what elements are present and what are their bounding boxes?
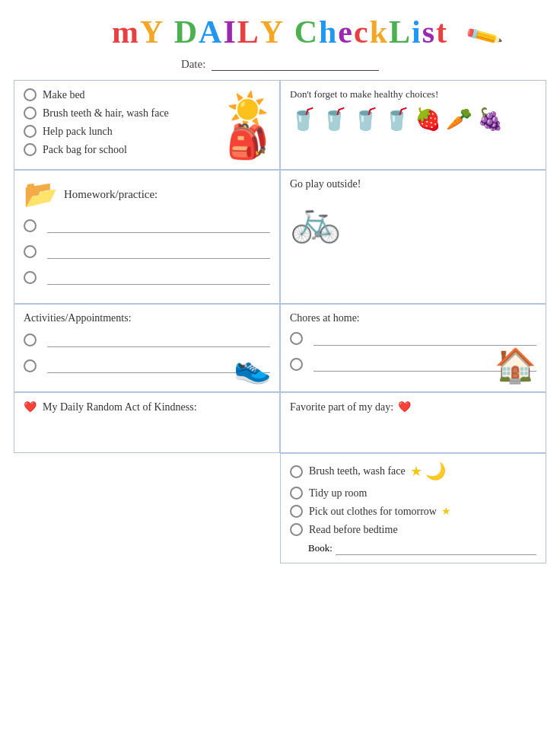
star-icon: ★ <box>410 463 422 480</box>
write-field[interactable] <box>47 218 270 233</box>
checkbox-circle[interactable] <box>24 125 37 138</box>
water-icon: 🥤 <box>321 107 348 132</box>
page-title: mY DAILY CheckList ✏️ <box>14 14 546 50</box>
evening-section: Brush teeth, wash face ★ 🌙 Tidy up room … <box>280 453 546 563</box>
grapes-icon: 🍇 <box>477 107 504 132</box>
carrot-icon: 🥕 <box>446 107 473 132</box>
list-item: Brush teeth, wash face ★ 🌙 <box>290 461 536 481</box>
checkbox-circle[interactable] <box>290 523 303 536</box>
kindness-section: ❤️ My Daily Random Act of Kindness: <box>14 392 280 453</box>
checkbox-circle[interactable] <box>290 358 303 371</box>
homework-header: 📂 Homework/practice: <box>24 178 270 210</box>
water-icon: 🥤 <box>352 107 379 132</box>
heart-icon: ❤️ <box>398 401 411 413</box>
item-label: Brush teeth & hair, wash face <box>43 107 169 120</box>
backpack-icon: 🎒 <box>227 122 269 161</box>
checkbox-circle[interactable] <box>24 107 37 120</box>
homework-line-3 <box>24 270 270 285</box>
book-label: Book: <box>308 542 332 554</box>
date-row: Date: <box>14 58 546 71</box>
morning-section: Make bed Brush teeth & hair, wash face H… <box>14 80 280 170</box>
outside-title: Go play outside! <box>290 178 536 190</box>
item-label: Tidy up room <box>309 487 368 500</box>
checkbox-circle[interactable] <box>24 219 37 232</box>
chores-section: Chores at home: 🏠 <box>280 304 546 392</box>
chore-line-1 <box>290 330 536 346</box>
item-label: Brush teeth, wash face <box>309 465 406 477</box>
homework-line-2 <box>24 244 270 259</box>
house-icon: 🏠 <box>495 346 536 385</box>
list-item: Read before bedtime <box>290 523 536 536</box>
item-label: Read before bedtime <box>309 524 398 536</box>
homework-line-1 <box>24 218 270 233</box>
checkbox-circle[interactable] <box>24 271 37 284</box>
star-small-icon: ★ <box>441 505 451 518</box>
moon-icon: 🌙 <box>425 461 446 481</box>
water-icon: 🥤 <box>290 107 317 132</box>
list-item: Tidy up room <box>290 487 536 500</box>
favorite-section: Favorite part of my day: ❤️ <box>280 392 546 453</box>
checkbox-circle[interactable] <box>290 505 303 518</box>
write-field[interactable] <box>47 244 270 259</box>
write-field[interactable] <box>47 270 270 285</box>
item-label: Make bed <box>43 89 85 101</box>
shoes-icon: 👟 <box>234 350 272 385</box>
date-line[interactable] <box>212 70 379 71</box>
pencil-icon: ✏️ <box>463 15 505 56</box>
strawberry-icon: 🍓 <box>415 107 441 132</box>
chores-title: Chores at home: <box>290 312 536 324</box>
checkbox-circle[interactable] <box>290 487 303 500</box>
write-field[interactable] <box>313 330 536 346</box>
write-field[interactable] <box>47 332 270 347</box>
homework-section: 📂 Homework/practice: <box>14 170 280 304</box>
favorite-label: Favorite part of my day: <box>290 401 393 413</box>
heart-icon: ❤️ <box>24 401 37 413</box>
kindness-label: My Daily Random Act of Kindness: <box>43 401 197 413</box>
book-line: Book: <box>290 541 536 555</box>
folder-icon: 📂 <box>24 178 58 210</box>
healthy-icons: 🥤 🥤 🥤 🥤 🍓 🥕 🍇 <box>290 107 536 132</box>
checkbox-circle[interactable] <box>24 359 37 372</box>
checkbox-circle[interactable] <box>24 143 37 156</box>
item-label: Pack bag for school <box>43 144 127 156</box>
checkbox-circle[interactable] <box>290 465 303 478</box>
activity-line-1 <box>24 332 270 347</box>
checkbox-circle[interactable] <box>24 88 37 101</box>
item-label: Pick out clothes for tomorrow <box>309 506 437 518</box>
book-field[interactable] <box>336 541 536 555</box>
activities-title: Activities/Appointments: <box>24 312 270 324</box>
healthy-title: Don't forget to make healthy choices! <box>290 88 536 101</box>
favorite-title: Favorite part of my day: ❤️ <box>290 401 536 413</box>
list-item: Pick out clothes for tomorrow ★ <box>290 505 536 518</box>
water-icon: 🥤 <box>383 107 410 132</box>
homework-label: Homework/practice: <box>64 188 158 201</box>
outside-section: Go play outside! 🚲 <box>280 170 546 304</box>
healthy-section: Don't forget to make healthy choices! 🥤 … <box>280 80 546 170</box>
activities-section: Activities/Appointments: 👟 <box>14 304 280 392</box>
bicycle-icon: 🚲 <box>290 198 341 244</box>
checkbox-circle[interactable] <box>24 334 37 346</box>
kindness-title: ❤️ My Daily Random Act of Kindness: <box>24 401 270 413</box>
main-grid: Make bed Brush teeth & hair, wash face H… <box>14 80 546 563</box>
item-label: Help pack lunch <box>43 126 113 138</box>
checkbox-circle[interactable] <box>290 332 303 345</box>
date-label: Date: <box>181 58 205 70</box>
checkbox-circle[interactable] <box>24 245 37 258</box>
